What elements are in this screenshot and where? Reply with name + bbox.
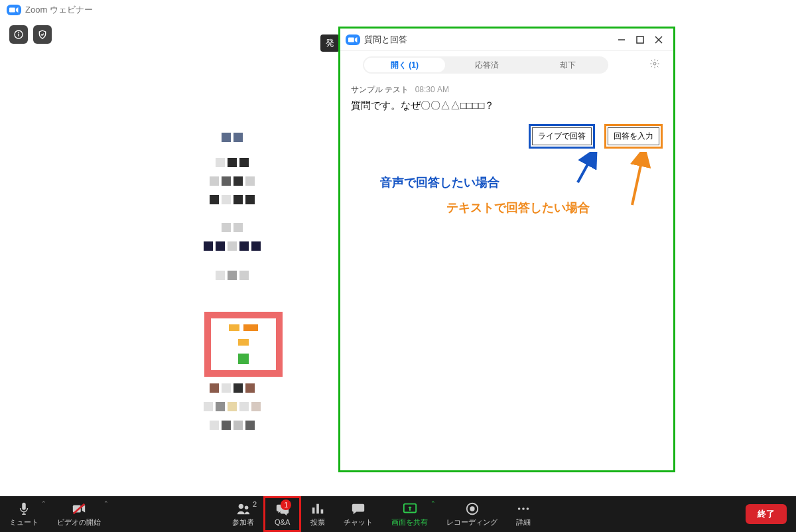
svg-rect-17 bbox=[316, 503, 319, 513]
shield-icon[interactable] bbox=[33, 25, 52, 44]
mute-label: ミュート bbox=[9, 517, 38, 527]
participants-thumbnails bbox=[186, 133, 292, 289]
titlebar: Zoom ウェビナー bbox=[0, 0, 796, 20]
end-button[interactable]: 終了 bbox=[746, 504, 787, 524]
video-start-button[interactable]: ビデオの開始 ⌃ bbox=[48, 496, 110, 532]
gear-icon[interactable] bbox=[649, 58, 665, 72]
share-screen-button[interactable]: 画面を共有 ⌃ bbox=[382, 496, 437, 532]
question-time: 08:30 AM bbox=[415, 85, 449, 94]
arrow-blue-icon bbox=[572, 152, 599, 185]
chevron-up-icon[interactable]: ⌃ bbox=[41, 500, 46, 507]
mute-button[interactable]: ミュート ⌃ bbox=[0, 496, 48, 532]
maximize-button[interactable] bbox=[631, 32, 649, 48]
zoom-logo-icon bbox=[7, 5, 21, 15]
annotation-text: テキストで回答したい場合 bbox=[446, 200, 590, 216]
info-icon[interactable] bbox=[9, 25, 28, 44]
answer-live-button[interactable]: ライブで回答 bbox=[532, 127, 592, 145]
svg-rect-6 bbox=[637, 36, 643, 43]
answer-type-highlight: 回答を入力 bbox=[604, 124, 663, 149]
chat-button[interactable]: チャット bbox=[334, 496, 382, 532]
chat-label: チャット bbox=[344, 517, 373, 527]
arrow-orange-icon bbox=[627, 152, 653, 208]
tab-open[interactable]: 開く (1) bbox=[364, 58, 445, 72]
qa-label: Q&A bbox=[275, 518, 290, 526]
more-button[interactable]: 詳細 bbox=[507, 496, 540, 532]
svg-rect-0 bbox=[9, 8, 15, 13]
svg-point-24 bbox=[527, 507, 529, 510]
minimize-button[interactable] bbox=[612, 32, 631, 48]
tab-dismissed[interactable]: 却下 bbox=[527, 56, 608, 74]
poll-button[interactable]: 投票 bbox=[301, 496, 334, 532]
svg-point-9 bbox=[653, 62, 656, 65]
participants-label: 参加者 bbox=[232, 517, 254, 527]
chevron-up-icon[interactable]: ⌃ bbox=[431, 500, 436, 507]
qa-badge: 1 bbox=[281, 499, 291, 510]
speaker-tag: 発 bbox=[320, 34, 340, 52]
bottom-toolbar: ミュート ⌃ ビデオの開始 ⌃ 参加者 2 Q&A 1 投票 チャット 画面を共… bbox=[0, 496, 796, 532]
record-button[interactable]: レコーディング bbox=[437, 496, 507, 532]
svg-point-15 bbox=[244, 505, 248, 509]
question-item: サンプル テスト 08:30 AM 質問です。なぜ〇〇△△□□□□？ bbox=[340, 79, 673, 117]
answer-type-button[interactable]: 回答を入力 bbox=[608, 127, 659, 145]
video-label: ビデオの開始 bbox=[57, 517, 101, 527]
qa-panel-titlebar[interactable]: 質問と回答 bbox=[340, 29, 673, 51]
tab-answered[interactable]: 応答済 bbox=[446, 56, 527, 74]
question-author: サンプル テスト bbox=[351, 85, 409, 94]
session-badges bbox=[9, 25, 52, 44]
chevron-up-icon[interactable]: ⌃ bbox=[103, 500, 109, 507]
window-title: Zoom ウェビナー bbox=[25, 4, 93, 16]
participants-thumbnails-lower bbox=[186, 383, 292, 439]
qa-tabbar: 開く (1) 応答済 却下 bbox=[340, 51, 673, 79]
svg-point-14 bbox=[238, 503, 243, 508]
svg-point-21 bbox=[470, 506, 474, 511]
share-label: 画面を共有 bbox=[391, 517, 428, 527]
participants-count: 2 bbox=[253, 500, 257, 508]
svg-point-22 bbox=[518, 507, 521, 510]
svg-line-10 bbox=[578, 156, 592, 182]
answer-live-highlight: ライブで回答 bbox=[529, 124, 595, 149]
more-label: 詳細 bbox=[516, 517, 531, 527]
svg-rect-4 bbox=[348, 37, 354, 42]
qa-panel-title: 質問と回答 bbox=[364, 34, 407, 46]
annotation-audio: 音声で回答したい場合 bbox=[380, 174, 499, 190]
close-button[interactable] bbox=[649, 32, 668, 48]
svg-line-11 bbox=[632, 156, 643, 205]
poll-label: 投票 bbox=[310, 517, 325, 527]
question-text: 質問です。なぜ〇〇△△□□□□？ bbox=[351, 100, 663, 112]
qa-panel: 質問と回答 開く (1) 応答済 却下 サンプル テスト 08:30 AM 質問… bbox=[338, 27, 675, 472]
active-speaker-thumbnail bbox=[204, 312, 283, 377]
participants-button[interactable]: 参加者 2 bbox=[223, 496, 263, 532]
svg-point-3 bbox=[19, 32, 19, 33]
svg-rect-18 bbox=[321, 509, 324, 513]
zoom-logo-icon bbox=[346, 34, 360, 45]
svg-rect-16 bbox=[312, 507, 315, 513]
qa-button[interactable]: Q&A 1 bbox=[263, 496, 301, 532]
record-label: レコーディング bbox=[446, 517, 498, 527]
svg-point-23 bbox=[522, 507, 525, 510]
